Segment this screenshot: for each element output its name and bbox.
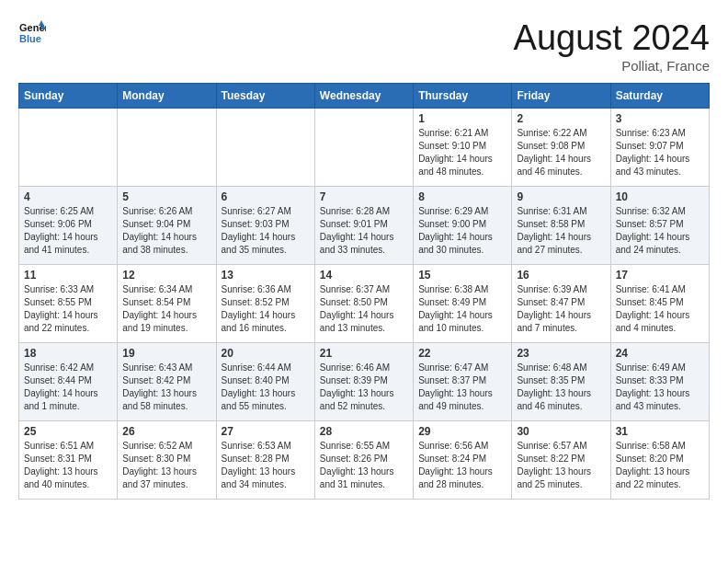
day-number: 3 (616, 112, 704, 125)
day-detail: Sunrise: 6:37 AM Sunset: 8:50 PM Dayligh… (320, 283, 408, 335)
calendar-cell: 21Sunrise: 6:46 AM Sunset: 8:39 PM Dayli… (314, 343, 413, 421)
day-detail: Sunrise: 6:44 AM Sunset: 8:40 PM Dayligh… (222, 362, 310, 413)
day-number: 23 (517, 347, 605, 360)
calendar-cell: 31Sunrise: 6:58 AM Sunset: 8:20 PM Dayli… (610, 421, 709, 500)
day-detail: Sunrise: 6:25 AM Sunset: 9:06 PM Dayligh… (24, 205, 112, 257)
weekday-header: Saturday (610, 84, 709, 109)
calendar-cell: 13Sunrise: 6:36 AM Sunset: 8:52 PM Dayli… (216, 265, 314, 343)
day-number: 20 (222, 347, 310, 360)
day-number: 11 (24, 269, 112, 282)
calendar-week: 25Sunrise: 6:51 AM Sunset: 8:31 PM Dayli… (19, 421, 710, 500)
day-number: 4 (24, 190, 112, 203)
calendar-cell: 9Sunrise: 6:31 AM Sunset: 8:58 PM Daylig… (512, 187, 610, 265)
calendar-cell: 23Sunrise: 6:48 AM Sunset: 8:35 PM Dayli… (512, 343, 610, 421)
day-detail: Sunrise: 6:49 AM Sunset: 8:33 PM Dayligh… (616, 362, 704, 413)
day-number: 22 (418, 347, 506, 360)
calendar-cell: 12Sunrise: 6:34 AM Sunset: 8:54 PM Dayli… (118, 265, 216, 343)
day-detail: Sunrise: 6:29 AM Sunset: 9:00 PM Dayligh… (418, 205, 506, 257)
logo: General Blue (18, 18, 46, 46)
calendar-cell: 19Sunrise: 6:43 AM Sunset: 8:42 PM Dayli… (118, 343, 216, 421)
location: Polliat, France (514, 58, 710, 74)
calendar-cell: 26Sunrise: 6:52 AM Sunset: 8:30 PM Dayli… (118, 421, 216, 500)
weekday-header: Friday (512, 84, 610, 109)
day-detail: Sunrise: 6:26 AM Sunset: 9:04 PM Dayligh… (122, 205, 210, 257)
day-detail: Sunrise: 6:34 AM Sunset: 8:54 PM Dayligh… (122, 283, 210, 335)
day-detail: Sunrise: 6:43 AM Sunset: 8:42 PM Dayligh… (122, 362, 210, 413)
calendar-header: SundayMondayTuesdayWednesdayThursdayFrid… (19, 84, 710, 109)
day-number: 12 (122, 269, 210, 282)
day-detail: Sunrise: 6:22 AM Sunset: 9:08 PM Dayligh… (517, 127, 605, 178)
day-number: 9 (517, 190, 605, 203)
day-number: 18 (24, 347, 112, 360)
day-detail: Sunrise: 6:51 AM Sunset: 8:31 PM Dayligh… (24, 440, 112, 491)
day-number: 15 (418, 269, 506, 282)
calendar-cell: 7Sunrise: 6:28 AM Sunset: 9:01 PM Daylig… (314, 187, 413, 265)
day-number: 29 (418, 425, 506, 438)
day-number: 27 (222, 425, 310, 438)
day-number: 6 (222, 190, 310, 203)
calendar-cell: 4Sunrise: 6:25 AM Sunset: 9:06 PM Daylig… (19, 187, 118, 265)
day-number: 31 (616, 425, 704, 438)
calendar-cell: 18Sunrise: 6:42 AM Sunset: 8:44 PM Dayli… (19, 343, 118, 421)
day-number: 26 (122, 425, 210, 438)
calendar-cell: 22Sunrise: 6:47 AM Sunset: 8:37 PM Dayli… (414, 343, 512, 421)
calendar-cell: 25Sunrise: 6:51 AM Sunset: 8:31 PM Dayli… (19, 421, 118, 500)
day-number: 30 (517, 425, 605, 438)
calendar-cell: 1Sunrise: 6:21 AM Sunset: 9:10 PM Daylig… (414, 109, 512, 187)
calendar-cell: 29Sunrise: 6:56 AM Sunset: 8:24 PM Dayli… (414, 421, 512, 500)
day-detail: Sunrise: 6:57 AM Sunset: 8:22 PM Dayligh… (517, 440, 605, 491)
calendar-cell: 6Sunrise: 6:27 AM Sunset: 9:03 PM Daylig… (216, 187, 314, 265)
day-detail: Sunrise: 6:47 AM Sunset: 8:37 PM Dayligh… (418, 362, 506, 413)
calendar-week: 18Sunrise: 6:42 AM Sunset: 8:44 PM Dayli… (19, 343, 710, 421)
day-number: 13 (222, 269, 310, 282)
svg-text:Blue: Blue (19, 33, 41, 44)
logo-icon: General Blue (18, 18, 46, 46)
day-number: 10 (616, 190, 704, 203)
day-detail: Sunrise: 6:23 AM Sunset: 9:07 PM Dayligh… (616, 127, 704, 178)
calendar-cell: 17Sunrise: 6:41 AM Sunset: 8:45 PM Dayli… (610, 265, 709, 343)
day-detail: Sunrise: 6:53 AM Sunset: 8:28 PM Dayligh… (222, 440, 310, 491)
title-block: August 2024 Polliat, France (514, 18, 710, 74)
calendar-cell: 30Sunrise: 6:57 AM Sunset: 8:22 PM Dayli… (512, 421, 610, 500)
calendar-cell: 14Sunrise: 6:37 AM Sunset: 8:50 PM Dayli… (314, 265, 413, 343)
day-detail: Sunrise: 6:56 AM Sunset: 8:24 PM Dayligh… (418, 440, 506, 491)
day-number: 14 (320, 269, 408, 282)
day-number: 28 (320, 425, 408, 438)
calendar-cell (19, 109, 118, 187)
day-detail: Sunrise: 6:27 AM Sunset: 9:03 PM Dayligh… (222, 205, 310, 257)
month-title: August 2024 (514, 18, 710, 58)
calendar-week: 11Sunrise: 6:33 AM Sunset: 8:55 PM Dayli… (19, 265, 710, 343)
day-detail: Sunrise: 6:39 AM Sunset: 8:47 PM Dayligh… (517, 283, 605, 335)
weekday-row: SundayMondayTuesdayWednesdayThursdayFrid… (19, 84, 710, 109)
day-number: 21 (320, 347, 408, 360)
calendar-cell: 5Sunrise: 6:26 AM Sunset: 9:04 PM Daylig… (118, 187, 216, 265)
weekday-header: Monday (118, 84, 216, 109)
day-detail: Sunrise: 6:41 AM Sunset: 8:45 PM Dayligh… (616, 283, 704, 335)
day-detail: Sunrise: 6:21 AM Sunset: 9:10 PM Dayligh… (418, 127, 506, 178)
calendar-cell: 24Sunrise: 6:49 AM Sunset: 8:33 PM Dayli… (610, 343, 709, 421)
day-detail: Sunrise: 6:38 AM Sunset: 8:49 PM Dayligh… (418, 283, 506, 335)
calendar-cell (118, 109, 216, 187)
day-detail: Sunrise: 6:52 AM Sunset: 8:30 PM Dayligh… (122, 440, 210, 491)
calendar-week: 1Sunrise: 6:21 AM Sunset: 9:10 PM Daylig… (19, 109, 710, 187)
calendar-cell: 16Sunrise: 6:39 AM Sunset: 8:47 PM Dayli… (512, 265, 610, 343)
day-number: 7 (320, 190, 408, 203)
calendar-cell: 10Sunrise: 6:32 AM Sunset: 8:57 PM Dayli… (610, 187, 709, 265)
weekday-header: Sunday (19, 84, 118, 109)
weekday-header: Tuesday (216, 84, 314, 109)
day-detail: Sunrise: 6:31 AM Sunset: 8:58 PM Dayligh… (517, 205, 605, 257)
calendar-cell: 11Sunrise: 6:33 AM Sunset: 8:55 PM Dayli… (19, 265, 118, 343)
day-number: 25 (24, 425, 112, 438)
calendar-cell: 3Sunrise: 6:23 AM Sunset: 9:07 PM Daylig… (610, 109, 709, 187)
day-number: 24 (616, 347, 704, 360)
day-detail: Sunrise: 6:58 AM Sunset: 8:20 PM Dayligh… (616, 440, 704, 491)
calendar-cell (216, 109, 314, 187)
day-detail: Sunrise: 6:33 AM Sunset: 8:55 PM Dayligh… (24, 283, 112, 335)
calendar-table: SundayMondayTuesdayWednesdayThursdayFrid… (18, 83, 710, 500)
calendar-cell: 20Sunrise: 6:44 AM Sunset: 8:40 PM Dayli… (216, 343, 314, 421)
day-number: 8 (418, 190, 506, 203)
day-number: 1 (418, 112, 506, 125)
calendar-cell: 15Sunrise: 6:38 AM Sunset: 8:49 PM Dayli… (414, 265, 512, 343)
calendar-body: 1Sunrise: 6:21 AM Sunset: 9:10 PM Daylig… (19, 109, 710, 500)
day-detail: Sunrise: 6:46 AM Sunset: 8:39 PM Dayligh… (320, 362, 408, 413)
